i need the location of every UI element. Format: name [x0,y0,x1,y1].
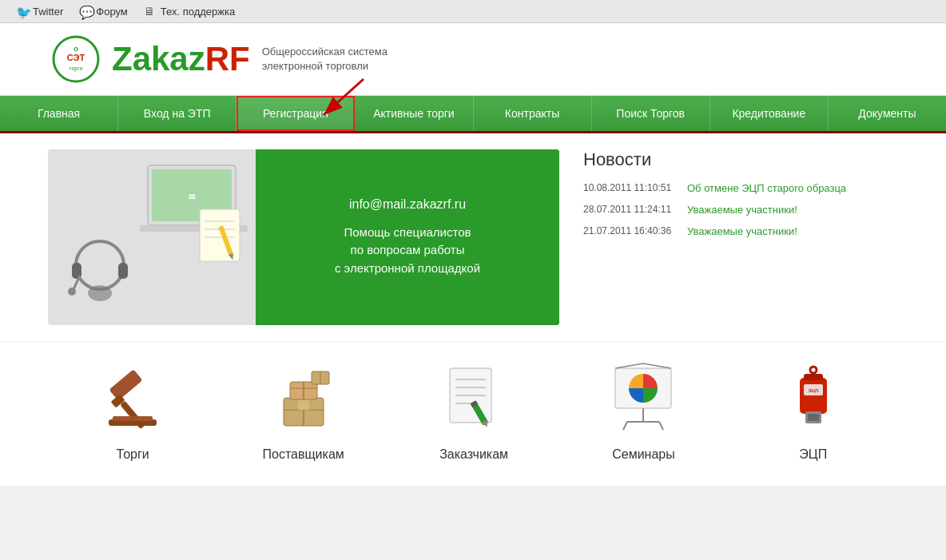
svg-rect-16 [200,209,240,261]
support-icon: 🖥 [144,5,157,18]
banner-right: info@mail.zakazrf.ru Помощь специалистов… [256,149,559,325]
svg-rect-55 [804,374,823,380]
logo-zakaz: Zakaz [112,40,205,77]
news-link-3[interactable]: Уважаемые участники! [687,225,797,237]
notepad-illustration [196,205,244,269]
logo-rf: RF [205,40,250,77]
support-link[interactable]: 🖥 Тех. поддержка [144,5,235,18]
headset-illustration [56,229,144,317]
news-item-2: 28.07.2011 11:24:11 Уважаемые участники! [583,204,898,216]
icon-label-seminars: Семинары [612,447,675,462]
forum-label: Форум [96,6,128,18]
icon-label-trades: Торги [117,447,149,462]
logo-text: ZakazRF [112,42,250,76]
svg-text:торги: торги [69,66,82,72]
icon-item-seminars[interactable]: Семинары [603,358,683,462]
main-content: ✉ [0,133,946,341]
banner-email: info@mail.zakazrf.ru [349,197,466,212]
header: о СЭТ торги ZakazRF Общероссийская систе… [0,23,946,96]
svg-line-4 [324,79,364,115]
svg-text:о: о [74,45,78,53]
boxes-icon [264,358,344,438]
logo-subtitle: Общероссийская система электронной торго… [262,45,388,73]
nav-item-search-trades[interactable]: Поиск Торгов [592,96,710,131]
support-label: Тех. поддержка [161,6,235,18]
news-item-1: 10.08.2011 11:10:51 Об отмене ЭЦП старог… [583,182,898,194]
nav-item-lending[interactable]: Кредитование [710,96,829,131]
svg-line-49 [659,422,663,430]
svg-rect-26 [113,416,153,421]
icon-item-trades[interactable]: Торги [93,358,173,462]
banner-left: ✉ [48,149,256,325]
usb-icon: ЭЦП [773,358,853,438]
top-bar: 🐦 Twitter 💬 Форум 🖥 Тех. поддержка [0,0,946,23]
icon-item-suppliers[interactable]: Поставщикам [262,358,344,462]
icon-label-customers: Заказчикам [439,447,508,462]
svg-rect-52 [800,378,827,414]
svg-point-13 [88,285,112,301]
news-link-1[interactable]: Об отмене ЭЦП старого образца [687,182,846,194]
nav-item-home[interactable]: Главная [0,96,118,131]
news-section: Новости 10.08.2011 11:10:51 Об отмене ЭЦ… [559,149,898,325]
svg-text:✉: ✉ [189,193,196,201]
svg-rect-54 [808,414,819,421]
icons-section: Торги Поставщикам [0,341,946,486]
nav-item-documents[interactable]: Документы [829,96,946,131]
arrow-annotation [300,75,380,126]
twitter-label: Twitter [33,6,63,18]
svg-point-10 [76,241,124,289]
svg-rect-12 [118,263,128,279]
news-title: Новости [583,149,898,170]
news-date-3: 21.07.2011 16:40:36 [583,225,679,236]
news-item-3: 21.07.2011 16:40:36 Уважаемые участники! [583,225,898,237]
svg-line-48 [623,422,627,430]
forum-icon: 💬 [79,5,92,18]
svg-point-15 [68,288,76,296]
svg-text:СЭТ: СЭТ [67,53,85,62]
banner: ✉ [48,149,559,325]
icon-item-customers[interactable]: Заказчикам [434,358,514,462]
nav-item-login[interactable]: Вход на ЭТП [118,96,236,131]
news-date-2: 28.07.2011 11:24:11 [583,204,679,215]
document-icon [434,358,514,438]
twitter-link[interactable]: 🐦 Twitter [16,5,63,18]
twitter-icon: 🐦 [16,5,29,18]
nav-item-contracts[interactable]: Контракты [474,96,592,131]
icon-label-ecp: ЭЦП [799,447,827,462]
nav-bar: Главная Вход на ЭТП Регистрация Активные… [0,96,946,133]
gavel-icon [93,358,173,438]
svg-text:ЭЦП: ЭЦП [808,388,818,393]
svg-rect-22 [109,369,143,401]
forum-link[interactable]: 💬 Форум [79,5,128,18]
chart-icon [603,358,683,438]
banner-description: Помощь специалистовпо вопросам работыс э… [335,224,480,278]
svg-line-51 [643,363,671,368]
news-date-1: 10.08.2011 11:10:51 [583,182,679,193]
logo-icon: о СЭТ торги [48,35,104,83]
svg-point-56 [810,367,817,373]
svg-line-50 [615,363,643,368]
news-link-2[interactable]: Уважаемые участники! [687,204,797,216]
icon-item-ecp[interactable]: ЭЦП ЭЦП [773,358,853,462]
icon-label-suppliers: Поставщикам [262,447,344,462]
